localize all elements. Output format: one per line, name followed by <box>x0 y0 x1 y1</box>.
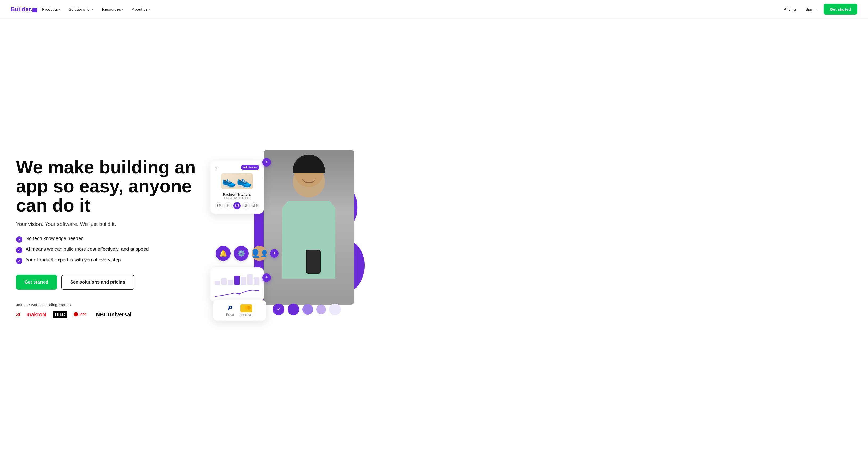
brands-row: SI makroN BBC unite NBCUniversal <box>16 311 203 318</box>
svg-point-0 <box>74 312 78 316</box>
nav-label-products: Products <box>42 7 58 11</box>
check-icon-2 <box>16 247 22 253</box>
virgin-unite-svg: unite <box>74 312 90 317</box>
brand-si: SI <box>16 312 20 317</box>
logo[interactable]: Builder.ai <box>11 6 37 13</box>
avatar-notification[interactable]: 🔔 <box>216 246 230 261</box>
circle-small <box>316 305 326 314</box>
line-chart-svg <box>215 287 259 298</box>
feature-2: AI means we can build more cost effectiv… <box>16 247 203 253</box>
circle-xsmall <box>329 304 341 315</box>
svg-point-2 <box>238 293 240 294</box>
nav-label-resources: Resources <box>102 7 121 11</box>
logo-text: Builder.ai <box>11 6 37 13</box>
nav-label-solutions: Solutions for <box>69 7 91 11</box>
nav-item-solutions[interactable]: Solutions for ▾ <box>65 5 97 13</box>
credit-card-visual <box>241 304 252 312</box>
feature-3: Your Product Expert is with you at every… <box>16 257 203 264</box>
circle-medium <box>303 304 313 315</box>
check-icon-3 <box>16 258 22 264</box>
product-card: ← Add to cart 👟 Fashion Trainers Triple … <box>210 161 264 214</box>
size-9[interactable]: 9 <box>224 202 231 209</box>
nav-get-started-button[interactable]: Get started <box>824 4 857 15</box>
features-list: No tech knowledge needed AI means we can… <box>16 236 203 264</box>
chevron-down-icon: ▾ <box>59 8 60 11</box>
avatar-person: 👤 <box>252 246 267 261</box>
avatars-row: 🔔 ⚙️ 👤 + <box>216 246 279 261</box>
feature-1-text: No tech knowledge needed <box>26 236 84 241</box>
size-9-5[interactable]: 9.5 <box>233 202 241 209</box>
feature-3-text: Your Product Expert is with you at every… <box>26 257 121 263</box>
brand-nbc: NBCUniversal <box>96 312 131 318</box>
main-content: We make building an app so easy, anyone … <box>0 19 868 457</box>
chart-bar-2 <box>221 278 227 285</box>
circle-large <box>287 304 299 315</box>
add-avatar-button[interactable]: + <box>270 249 279 258</box>
get-started-button[interactable]: Get started <box>16 275 57 290</box>
brand-vmu: unite <box>74 312 90 318</box>
chart-card <box>210 267 264 302</box>
cta-row: Get started See solutions and pricing <box>16 275 203 290</box>
chart-bars <box>215 272 259 285</box>
woman-silhouette <box>264 150 354 305</box>
nav-left: Builder.ai Products ▾ Solutions for ▾ Re… <box>11 5 154 13</box>
chart-bar-1 <box>215 281 220 285</box>
nav-pricing[interactable]: Pricing <box>780 5 800 13</box>
product-sub: Triple S low-top trainers <box>215 196 259 199</box>
chart-bar-3 <box>228 280 233 285</box>
chart-bar-4 <box>234 276 240 285</box>
person-icon: 👤 <box>260 250 267 257</box>
logo-ai: ai <box>32 8 37 12</box>
feature-2-text: AI means we can build more cost effectiv… <box>26 247 149 252</box>
size-10-5[interactable]: 10.5 <box>251 202 259 209</box>
check-icon-1 <box>16 236 22 243</box>
avatar-gear[interactable]: ⚙️ <box>234 246 249 261</box>
chart-line <box>215 287 259 298</box>
nav-right: Pricing Sign in Get started <box>780 4 857 15</box>
plus-button-chart[interactable]: + <box>262 274 271 282</box>
add-to-cart-badge[interactable]: Add to cart <box>241 165 259 170</box>
credit-card-option[interactable]: Credit Card <box>240 304 253 316</box>
chevron-down-icon: ▾ <box>92 8 93 11</box>
brand-makro: makroN <box>26 312 46 318</box>
checkmark-circle: ✓ <box>273 304 284 315</box>
brand-bbc: BBC <box>53 311 67 318</box>
nav-signin[interactable]: Sign in <box>802 5 822 13</box>
woman-photo <box>264 150 354 305</box>
brands-label: Join the world's leading brands <box>16 303 203 307</box>
hero-subtitle: Your vision. Your software. We just buil… <box>16 221 203 227</box>
bottom-circles: ✓ <box>273 304 341 315</box>
bell-icon: 🔔 <box>219 250 227 257</box>
logo-builder: Builder. <box>11 6 32 12</box>
feature-1: No tech knowledge needed <box>16 236 203 243</box>
product-name: Fashion Trainers <box>215 192 259 196</box>
paypal-label: Paypal <box>226 313 234 316</box>
nav-item-about[interactable]: About us ▾ <box>128 5 154 13</box>
nav-label-about: About us <box>132 7 148 11</box>
ai-link[interactable]: AI means we can build more cost effectiv… <box>26 247 119 252</box>
chevron-down-icon: ▾ <box>149 8 150 11</box>
hero-right: B + ← Add to cart <box>208 145 362 331</box>
nav-item-resources[interactable]: Resources ▾ <box>98 5 127 13</box>
plus-button-top[interactable]: + <box>262 158 271 167</box>
hero-left: We make building an app so easy, anyone … <box>16 158 203 318</box>
paypal-option[interactable]: P Paypal <box>226 305 234 316</box>
credit-card-label: Credit Card <box>240 313 253 316</box>
payment-card: P Paypal Credit Card <box>213 300 266 320</box>
chart-bar-5 <box>241 277 246 285</box>
svg-text:unite: unite <box>79 312 86 316</box>
chevron-down-icon: ▾ <box>122 8 123 11</box>
size-selector: 8.5 9 9.5 10 10.5 <box>215 202 259 209</box>
chart-bar-6 <box>247 274 253 285</box>
nav-item-products[interactable]: Products ▾ <box>38 5 64 13</box>
chart-bar-7 <box>254 277 259 285</box>
gear-icon: ⚙️ <box>237 250 245 257</box>
navigation: Builder.ai Products ▾ Solutions for ▾ Re… <box>0 0 868 19</box>
size-10[interactable]: 10 <box>242 202 250 209</box>
paypal-logo: P <box>228 305 232 312</box>
hero-title: We make building an app so easy, anyone … <box>16 158 203 215</box>
shoe-image: 👟 <box>221 173 253 189</box>
size-8-5[interactable]: 8.5 <box>215 202 223 209</box>
see-solutions-button[interactable]: See solutions and pricing <box>61 275 134 290</box>
